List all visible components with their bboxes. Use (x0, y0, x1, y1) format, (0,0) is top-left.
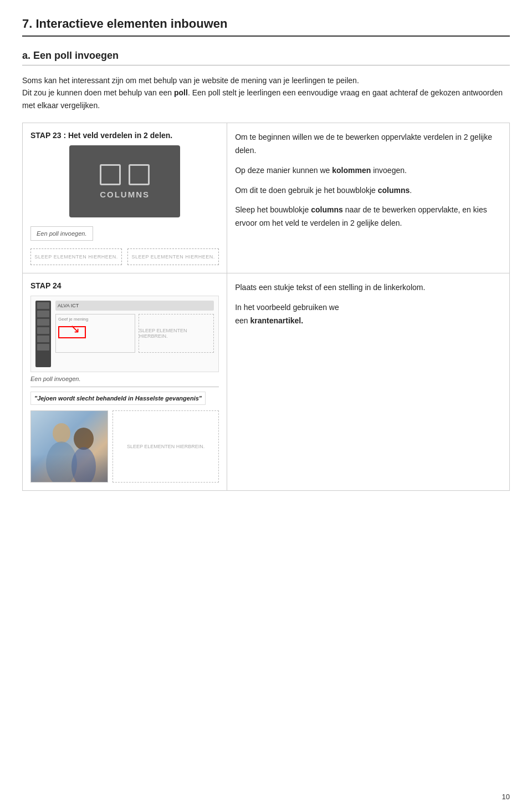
svg-point-3 (74, 428, 94, 450)
stap23-right: Om te beginnen willen we de te bewerken … (227, 123, 510, 273)
col-box-right (129, 164, 150, 185)
newspaper-drop-zone: SLEEP ELEMENTEN HIERBREIN. (112, 410, 219, 483)
content-table: STAP 23 : Het veld verdelen in 2 delen. … (22, 123, 510, 491)
stap24-row: STAP 24 (23, 273, 510, 491)
cms-sidebar-item (37, 336, 49, 342)
chapter-title: 7. Interactieve elementen inbouwen (22, 17, 510, 37)
newspaper-mockup: "Jejoen wordt slecht behandeld in Hassel… (30, 392, 219, 483)
cms-sidebar-item (37, 344, 49, 351)
cms-content-area: ↘ Geef je mening SLEEP ELEMENTEN HIERBRE… (55, 314, 214, 353)
intro-line1: Soms kan het interessant zijn om met beh… (22, 74, 510, 87)
stap23-right-text: Om te beginnen willen we de te bewerken … (235, 131, 502, 230)
intro-text: Soms kan het interessant zijn om met beh… (22, 74, 510, 111)
stap24-label: STAP 24 (30, 281, 219, 290)
cms-sidebar-item (37, 319, 49, 326)
arrow-icon: ↘ (70, 322, 80, 336)
cms-sidebar-item (37, 302, 49, 309)
newspaper-content: SLEEP ELEMENTEN HIERBREIN. (30, 410, 219, 483)
newspaper-photo-svg (31, 411, 108, 483)
stap23-left: STAP 23 : Het veld verdelen in 2 delen. … (23, 123, 227, 273)
drop-zone-right-stap23: SLEEP ELEMENTEN HIERHEEN. (127, 248, 219, 265)
stap23-label: STAP 23 : Het veld verdelen in 2 delen. (30, 131, 219, 140)
poll-caption-stap23: Een poll invoegen. (30, 226, 93, 241)
cms-right-panel: SLEEP ELEMENTEN HIERBREIN. (139, 314, 214, 353)
stap23-row: STAP 23 : Het veld verdelen in 2 delen. … (23, 123, 510, 273)
newspaper-photo (30, 410, 108, 483)
cms-sidebar-item (37, 311, 49, 317)
cms-mockup-inner: ALVA ICT ↘ Geef je mening SLEEP ELEMENTE… (35, 301, 214, 367)
stap23-text-3: Om dit te doen gebruik je het bouwblokje… (235, 184, 502, 197)
stap24-text-2: In het voorbeeld gebruiken weeen kranten… (235, 301, 502, 328)
page-number: 10 (502, 793, 510, 801)
section-title: a. Een poll invoegen (22, 50, 510, 65)
cms-sidebar-item (37, 327, 49, 334)
cms-left-panel: Geef je mening (55, 314, 135, 353)
stap23-text-2: Op deze manier kunnen we kolommen invoeg… (235, 164, 502, 177)
cms-main-area: ALVA ICT ↘ Geef je mening SLEEP ELEMENTE… (55, 301, 214, 353)
stap24-cms-mockup: ALVA ICT ↘ Geef je mening SLEEP ELEMENTE… (30, 296, 219, 372)
newspaper-headline: "Jejoen wordt slecht behandeld in Hassel… (30, 392, 206, 405)
drop-zones-stap23: SLEEP ELEMENTEN HIERHEEN. SLEEP ELEMENTE… (30, 248, 219, 265)
stap23-text-4: Sleep het bouwblokje columns naar de te … (235, 204, 502, 230)
poll-caption-stap24: Een poll invoegen. (30, 375, 219, 382)
stap24-right-text: Plaats een stukje tekst of een stelling … (235, 281, 502, 327)
stap24-right: Plaats een stukje tekst of een stelling … (227, 273, 510, 491)
columns-block-illustration: COLUMNS (69, 145, 180, 217)
columns-label: COLUMNS (100, 190, 150, 199)
col-box-left (100, 164, 121, 185)
stap23-text-1: Om te beginnen willen we de te bewerken … (235, 131, 502, 158)
intro-line2: Dit zou je kunnen doen met behulp van ee… (22, 87, 510, 111)
columns-icons (100, 164, 150, 185)
cms-sidebar (35, 301, 51, 367)
svg-point-1 (53, 423, 70, 443)
separator (30, 387, 219, 387)
stap24-left: STAP 24 (23, 273, 227, 491)
cms-topbar: ALVA ICT (55, 301, 214, 311)
stap24-text-1: Plaats een stukje tekst of een stelling … (235, 281, 502, 295)
drop-zone-left-stap23: SLEEP ELEMENTEN HIERHEEN. (30, 248, 122, 265)
